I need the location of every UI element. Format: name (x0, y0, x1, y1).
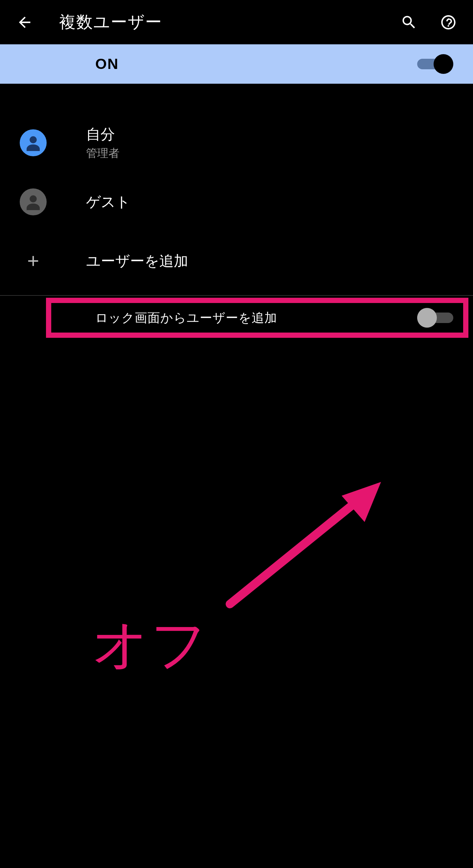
user-self-role: 管理者 (86, 146, 120, 161)
content: 自分 管理者 ゲスト ユーザーを追加 ロック画面からユーザーを追加 (0, 84, 473, 338)
lock-screen-label: ロック画面からユーザーを追加 (95, 310, 417, 326)
help-button[interactable] (434, 7, 463, 37)
user-guest-name: ゲスト (86, 192, 130, 211)
avatar-self (20, 129, 47, 156)
search-icon (401, 14, 417, 31)
help-icon (440, 14, 457, 31)
master-toggle-label: ON (95, 56, 417, 72)
user-row-self[interactable]: 自分 管理者 (0, 113, 473, 172)
divider (0, 295, 473, 296)
master-toggle-row[interactable]: ON (0, 44, 473, 84)
lock-screen-switch[interactable] (417, 310, 453, 326)
plus-icon (20, 248, 47, 274)
arrow-back-icon (16, 14, 33, 31)
svg-point-0 (30, 136, 37, 144)
lock-screen-section: ロック画面からユーザーを追加 (0, 298, 473, 338)
avatar-guest (20, 188, 47, 215)
arrow-icon (210, 473, 394, 624)
svg-marker-3 (342, 482, 381, 522)
person-icon (23, 133, 43, 153)
svg-point-1 (30, 195, 37, 203)
svg-line-2 (230, 492, 368, 604)
person-icon (23, 192, 43, 212)
page-title: 複数ユーザー (59, 11, 384, 33)
add-user-row[interactable]: ユーザーを追加 (0, 231, 473, 290)
search-button[interactable] (394, 7, 424, 37)
annotation-arrow (210, 473, 394, 625)
lock-screen-row[interactable]: ロック画面からユーザーを追加 (0, 300, 473, 336)
back-button[interactable] (10, 7, 39, 37)
annotation-off-label: オフ (92, 607, 209, 683)
user-self-name: 自分 (86, 125, 120, 144)
app-bar: 複数ユーザー (0, 0, 473, 44)
add-user-label: ユーザーを追加 (86, 251, 188, 270)
user-row-guest[interactable]: ゲスト (0, 172, 473, 231)
master-toggle-switch[interactable] (417, 56, 453, 72)
